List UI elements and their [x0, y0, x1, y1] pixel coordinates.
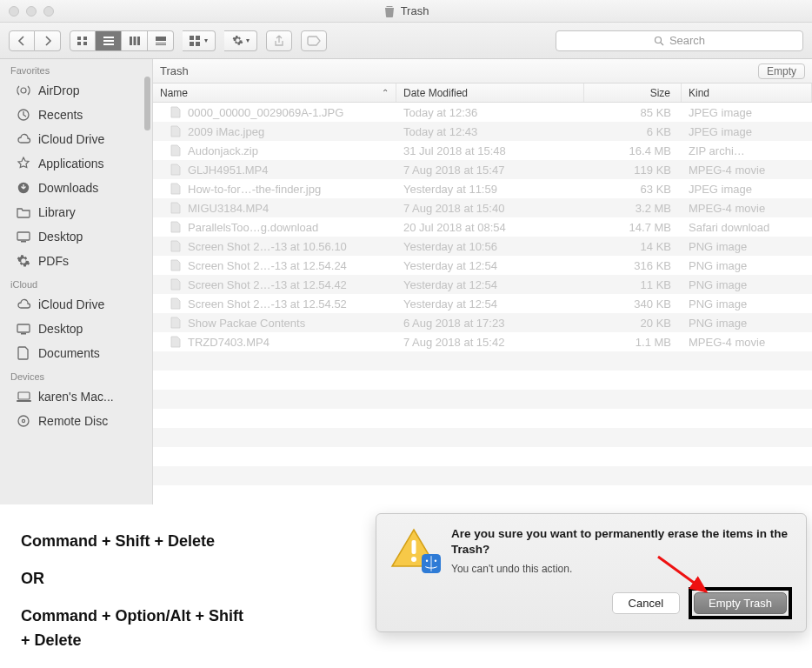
sidebar-item[interactable]: Desktop [0, 224, 152, 249]
file-kind: PNG image [682, 317, 812, 330]
svg-rect-30 [412, 540, 416, 554]
file-list[interactable]: 0000_00000_0029069A-1.JPGToday at 12:368… [153, 103, 812, 504]
svg-rect-8 [133, 37, 136, 45]
file-row[interactable]: ParallelsToo…g.download20 Jul 2018 at 08… [153, 217, 812, 237]
sidebar-item[interactable]: iCloud Drive [0, 292, 152, 317]
sidebar-item[interactable]: Remote Disc [0, 409, 152, 433]
empty-row [153, 409, 812, 428]
file-kind: JPEG image [682, 106, 812, 119]
file-date: Yesterday at 12:54 [396, 297, 584, 311]
svg-rect-22 [17, 232, 30, 240]
path-location: Trash [160, 64, 189, 77]
svg-rect-1 [83, 37, 87, 40]
sidebar-item-label: Downloads [38, 181, 98, 195]
svg-rect-4 [103, 37, 114, 38]
action-menu-button[interactable]: ▾ [224, 30, 257, 51]
view-buttons [70, 30, 174, 51]
sidebar-section-header: iCloud [0, 273, 152, 292]
cloud-icon [16, 131, 31, 147]
svg-rect-5 [103, 40, 114, 42]
tags-button[interactable] [301, 30, 327, 51]
file-kind: PNG image [682, 297, 812, 311]
file-row[interactable]: Audonjack.zip31 Jul 2018 at 15:4816.4 MB… [153, 141, 812, 160]
file-row[interactable]: How-to-for…-the-finder.jpgYesterday at 1… [153, 179, 812, 198]
sidebar-item[interactable]: Downloads [0, 176, 152, 200]
disc-icon [16, 413, 31, 429]
sidebar-scrollbar[interactable] [144, 77, 150, 130]
file-row[interactable]: Screen Shot 2…-13 at 12.54.52Yesterday a… [153, 294, 812, 313]
column-header-size[interactable]: Size [584, 84, 682, 102]
file-size: 14 KB [584, 240, 682, 253]
file-date: Yesterday at 12:54 [396, 259, 584, 272]
list-view-button[interactable] [96, 30, 122, 51]
sidebar-item-label: Desktop [38, 230, 83, 244]
share-button[interactable] [266, 30, 292, 51]
svg-rect-15 [190, 42, 194, 46]
file-row[interactable]: 2009 iMac.jpegToday at 12:436 KBJPEG ima… [153, 122, 812, 141]
column-header-kind[interactable]: Kind [682, 84, 812, 102]
file-size: 85 KB [584, 106, 682, 119]
arrange-button[interactable]: ▾ [183, 30, 216, 51]
column-header-name[interactable]: Name ⌃ [153, 84, 396, 102]
file-date: Yesterday at 10:56 [396, 240, 584, 253]
sidebar-item[interactable]: Documents [0, 341, 152, 365]
file-icon [170, 144, 183, 157]
sidebar-item[interactable]: PDFs [0, 249, 152, 273]
file-name: 2009 iMac.jpeg [188, 125, 264, 138]
file-name: Screen Shot 2…-13 at 12.54.52 [188, 297, 347, 311]
svg-point-33 [426, 559, 428, 561]
sidebar-item[interactable]: iCloud Drive [0, 127, 152, 151]
svg-rect-26 [18, 392, 30, 399]
svg-point-17 [655, 37, 661, 43]
sidebar-item-label: Applications [38, 157, 104, 170]
sort-indicator-icon: ⌃ [382, 88, 389, 97]
back-button[interactable] [9, 30, 35, 51]
file-size: 3.2 MB [584, 202, 682, 215]
column-header-date[interactable]: Date Modified [396, 84, 584, 102]
file-icon [170, 106, 183, 118]
laptop-icon [16, 389, 31, 404]
file-row[interactable]: GLJH4951.MP47 Aug 2018 at 15:47119 KBMPE… [153, 160, 812, 179]
sidebar-item[interactable]: karen's Mac... [0, 384, 152, 409]
sidebar-item[interactable]: Applications [0, 151, 152, 176]
sidebar-item[interactable]: Recents [0, 103, 152, 127]
forward-button[interactable] [35, 30, 61, 51]
file-size: 14.7 MB [584, 221, 682, 234]
file-row[interactable]: 0000_00000_0029069A-1.JPGToday at 12:368… [153, 103, 812, 122]
svg-rect-9 [137, 37, 140, 45]
file-size: 11 KB [584, 278, 682, 291]
file-date: 7 Aug 2018 at 15:40 [396, 202, 584, 215]
coverflow-view-button[interactable] [148, 30, 174, 51]
sidebar-item[interactable]: Desktop [0, 317, 152, 341]
close-window-button[interactable] [9, 6, 19, 17]
empty-trash-toolbar-button[interactable]: Empty [758, 63, 805, 79]
column-view-button[interactable] [122, 30, 148, 51]
traffic-lights [0, 6, 54, 17]
minimize-window-button[interactable] [26, 6, 37, 17]
folder-icon [16, 204, 31, 220]
file-row[interactable]: Screen Shot 2…-13 at 10.56.10Yesterday a… [153, 237, 812, 256]
svg-point-29 [22, 419, 24, 422]
file-name: ParallelsToo…g.download [188, 221, 318, 234]
file-row[interactable]: TRZD7403.MP47 Aug 2018 at 15:421.1 MBMPE… [153, 332, 812, 351]
file-row[interactable]: Show Packae Contents6 Aug 2018 at 17:232… [153, 313, 812, 332]
sidebar-item-label: karen's Mac... [38, 390, 114, 404]
file-row[interactable]: Screen Shot 2…-13 at 12.54.42Yesterday a… [153, 275, 812, 294]
sidebar-item[interactable]: Library [0, 200, 152, 224]
zoom-window-button[interactable] [43, 6, 54, 17]
empty-row [153, 466, 812, 485]
file-row[interactable]: Screen Shot 2…-13 at 12.54.24Yesterday a… [153, 256, 812, 275]
empty-row [153, 485, 812, 504]
search-placeholder: Search [669, 34, 705, 47]
file-date: 20 Jul 2018 at 08:54 [396, 221, 584, 234]
sidebar-item[interactable]: AirDrop [0, 78, 152, 103]
file-row[interactable]: MIGU3184.MP47 Aug 2018 at 15:403.2 MBMPE… [153, 198, 812, 217]
file-icon [170, 240, 183, 252]
icon-view-button[interactable] [70, 30, 96, 51]
file-icon [170, 125, 183, 137]
file-name: Screen Shot 2…-13 at 10.56.10 [188, 240, 347, 253]
arrange-group: ▾ [183, 30, 216, 51]
search-field[interactable]: Search [556, 30, 803, 51]
shortcut-line-2a: Command + Option/Alt + Shift [21, 604, 365, 629]
main-pane: Trash Empty Name ⌃ Date Modified Size Ki… [153, 59, 812, 504]
